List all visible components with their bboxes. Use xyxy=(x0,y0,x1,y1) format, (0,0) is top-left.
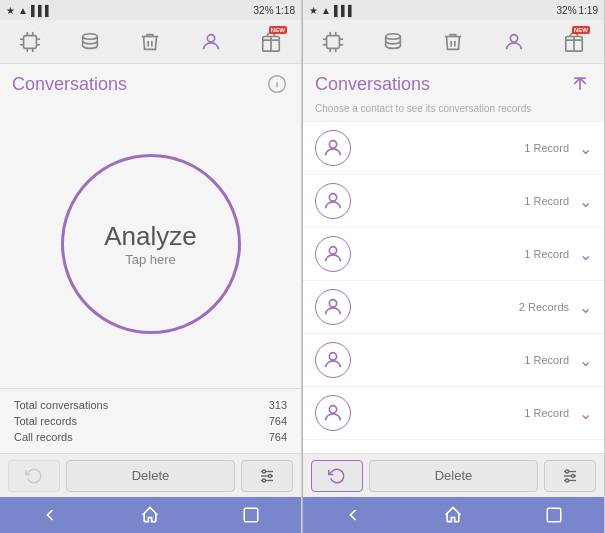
contact-item-2[interactable]: 1 Record ⌄ xyxy=(303,175,604,228)
contact-avatar-2 xyxy=(315,183,351,219)
chevron-icon-5: ⌄ xyxy=(579,351,592,370)
left-recent-button[interactable] xyxy=(231,501,271,529)
contact-record-5: 1 Record xyxy=(524,354,569,366)
svg-point-41 xyxy=(329,406,336,413)
right-toolbar: NEW xyxy=(303,20,604,64)
left-battery: 32% xyxy=(254,5,274,16)
right-wifi-icon: ▲ xyxy=(321,5,331,16)
contact-avatar-5 xyxy=(315,342,351,378)
svg-point-19 xyxy=(269,474,272,477)
stat-value-call: 764 xyxy=(269,431,287,443)
chevron-icon-3: ⌄ xyxy=(579,245,592,264)
contact-avatar-4 xyxy=(315,289,351,325)
gift-toolbar-icon[interactable]: NEW xyxy=(253,24,289,60)
right-person-icon[interactable] xyxy=(496,24,532,60)
analyze-section: Analyze Tap here xyxy=(0,100,301,388)
chevron-icon-2: ⌄ xyxy=(579,192,592,211)
bluetooth-icon: ★ xyxy=(6,5,15,16)
svg-rect-0 xyxy=(24,35,37,48)
left-toolbar: NEW xyxy=(0,20,301,64)
left-back-button[interactable] xyxy=(30,501,70,529)
svg-point-10 xyxy=(207,34,214,41)
left-refresh-button[interactable] xyxy=(8,460,60,492)
right-status-bar: ★ ▲ ▌▌▌ 32% 1:19 xyxy=(303,0,604,20)
stat-label-records: Total records xyxy=(14,415,77,427)
person-toolbar-icon[interactable] xyxy=(193,24,229,60)
left-title: Conversations xyxy=(12,74,127,95)
info-icon[interactable] xyxy=(265,72,289,96)
svg-point-37 xyxy=(329,194,336,201)
trash-toolbar-icon[interactable] xyxy=(132,24,168,60)
svg-point-46 xyxy=(572,474,575,477)
contact-list: 1 Record ⌄ 1 Record ⌄ xyxy=(303,121,604,453)
right-back-button[interactable] xyxy=(333,501,373,529)
svg-point-38 xyxy=(329,247,336,254)
right-delete-button[interactable]: Delete xyxy=(369,460,538,492)
contact-avatar-1 xyxy=(315,130,351,166)
stat-value-conversations: 313 xyxy=(269,399,287,411)
contact-record-1: 1 Record xyxy=(524,142,569,154)
svg-point-45 xyxy=(566,470,569,473)
left-home-button[interactable] xyxy=(130,501,170,529)
stat-label-call: Call records xyxy=(14,431,73,443)
right-trash-icon[interactable] xyxy=(435,24,471,60)
contact-avatar-3 xyxy=(315,236,351,272)
svg-point-32 xyxy=(510,34,517,41)
right-settings-button[interactable] xyxy=(544,460,596,492)
svg-point-20 xyxy=(263,479,266,482)
right-bottom-toolbar: Delete xyxy=(303,453,604,497)
right-bluetooth-icon: ★ xyxy=(309,5,318,16)
stat-row-records: Total records 764 xyxy=(14,413,287,429)
contact-item-5[interactable]: 1 Record ⌄ xyxy=(303,334,604,387)
svg-rect-22 xyxy=(327,35,340,48)
svg-rect-48 xyxy=(547,508,561,522)
right-recent-button[interactable] xyxy=(534,501,574,529)
right-signal-icon: ▌▌▌ xyxy=(334,5,355,16)
contact-item-6[interactable]: 1 Record ⌄ xyxy=(303,387,604,440)
right-home-button[interactable] xyxy=(433,501,473,529)
contact-item-1[interactable]: 1 Record ⌄ xyxy=(303,122,604,175)
chevron-icon-6: ⌄ xyxy=(579,404,592,423)
signal-icon: ▌▌▌ xyxy=(31,5,52,16)
stat-label-conversations: Total conversations xyxy=(14,399,108,411)
stat-row-conversations: Total conversations 313 xyxy=(14,397,287,413)
left-nav-bar xyxy=(0,497,301,533)
right-chip-icon[interactable] xyxy=(315,24,351,60)
right-gift-icon[interactable]: NEW xyxy=(556,24,592,60)
contact-item-4[interactable]: 2 Records ⌄ xyxy=(303,281,604,334)
contact-avatar-6 xyxy=(315,395,351,431)
right-new-badge: NEW xyxy=(572,26,590,34)
new-badge: NEW xyxy=(269,26,287,34)
left-screen: ★ ▲ ▌▌▌ 32% 1:18 xyxy=(0,0,302,533)
left-bottom-toolbar: Delete xyxy=(0,453,301,497)
analyze-button[interactable]: Analyze Tap here xyxy=(61,154,241,334)
contact-record-6: 1 Record xyxy=(524,407,569,419)
svg-point-47 xyxy=(566,479,569,482)
contact-record-2: 1 Record xyxy=(524,195,569,207)
left-delete-button[interactable]: Delete xyxy=(66,460,235,492)
tap-text: Tap here xyxy=(125,252,176,267)
chip-toolbar-icon[interactable] xyxy=(12,24,48,60)
right-nav-bar xyxy=(303,497,604,533)
chevron-icon-4: ⌄ xyxy=(579,298,592,317)
up-icon[interactable] xyxy=(568,72,592,96)
right-title: Conversations xyxy=(315,74,430,95)
right-refresh-button[interactable] xyxy=(311,460,363,492)
left-settings-button[interactable] xyxy=(241,460,293,492)
svg-point-40 xyxy=(329,353,336,360)
right-battery: 32% xyxy=(557,5,577,16)
contact-item-3[interactable]: 1 Record ⌄ xyxy=(303,228,604,281)
stat-row-call: Call records 764 xyxy=(14,429,287,445)
right-header: Conversations xyxy=(303,64,604,100)
right-database-icon[interactable] xyxy=(375,24,411,60)
left-status-bar: ★ ▲ ▌▌▌ 32% 1:18 xyxy=(0,0,301,20)
database-toolbar-icon[interactable] xyxy=(72,24,108,60)
stat-value-records: 764 xyxy=(269,415,287,427)
chevron-icon-1: ⌄ xyxy=(579,139,592,158)
right-subtitle: Choose a contact to see its conversation… xyxy=(303,100,604,121)
left-time: 1:18 xyxy=(276,5,295,16)
svg-point-36 xyxy=(329,141,336,148)
contact-record-4: 2 Records xyxy=(519,301,569,313)
wifi-icon: ▲ xyxy=(18,5,28,16)
svg-rect-21 xyxy=(244,508,258,522)
